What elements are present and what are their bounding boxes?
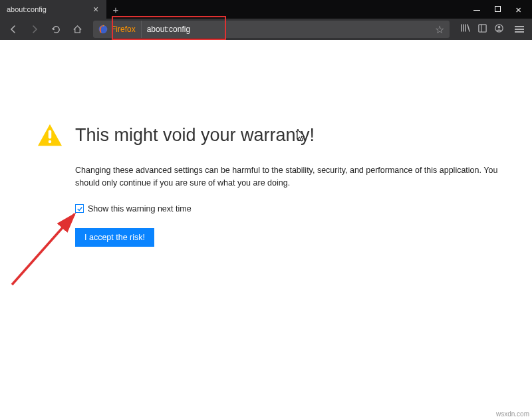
account-icon[interactable]	[494, 23, 504, 36]
home-button[interactable]	[68, 20, 86, 39]
back-button[interactable]	[4, 20, 23, 39]
show-warning-checkbox-row[interactable]: Show this warning next time	[75, 204, 505, 213]
close-window-button[interactable]: ×	[515, 4, 521, 15]
warning-description: Changing these advanced settings can be …	[75, 164, 505, 190]
svg-point-6	[49, 140, 52, 144]
window-titlebar: about:config × + ×	[0, 0, 532, 19]
url-bar[interactable]: Firefox about:config ☆	[93, 21, 450, 38]
library-icon[interactable]	[460, 23, 471, 36]
url-text[interactable]: about:config	[142, 25, 196, 34]
svg-rect-1	[479, 24, 486, 31]
svg-rect-5	[49, 130, 52, 139]
svg-point-4	[498, 25, 501, 28]
warning-heading: This might void your warranty!	[75, 125, 315, 146]
menu-button[interactable]	[515, 25, 524, 34]
active-tab[interactable]: about:config ×	[0, 0, 106, 19]
identity-label: Firefox	[111, 25, 136, 34]
maximize-button[interactable]	[495, 5, 501, 13]
accept-risk-button[interactable]: I accept the risk!	[75, 228, 154, 247]
close-tab-icon[interactable]: ×	[90, 4, 101, 15]
navigation-toolbar: Firefox about:config ☆	[0, 19, 532, 40]
minimize-button[interactable]	[473, 5, 480, 13]
firefox-icon	[98, 25, 108, 34]
watermark-text: wsxdn.com	[496, 410, 529, 418]
forward-button[interactable]	[25, 20, 44, 39]
warning-icon	[37, 123, 63, 147]
warning-page-content: This might void your warranty! Changing …	[37, 123, 505, 247]
new-tab-button[interactable]: +	[106, 0, 125, 19]
bookmark-star-icon[interactable]: ☆	[430, 23, 450, 36]
show-warning-checkbox[interactable]	[75, 204, 84, 213]
sidebar-icon[interactable]	[477, 23, 487, 36]
reload-button[interactable]	[47, 20, 65, 39]
checkbox-label: Show this warning next time	[88, 204, 192, 213]
tab-title: about:config	[7, 5, 90, 13]
identity-box[interactable]: Firefox	[93, 21, 142, 38]
